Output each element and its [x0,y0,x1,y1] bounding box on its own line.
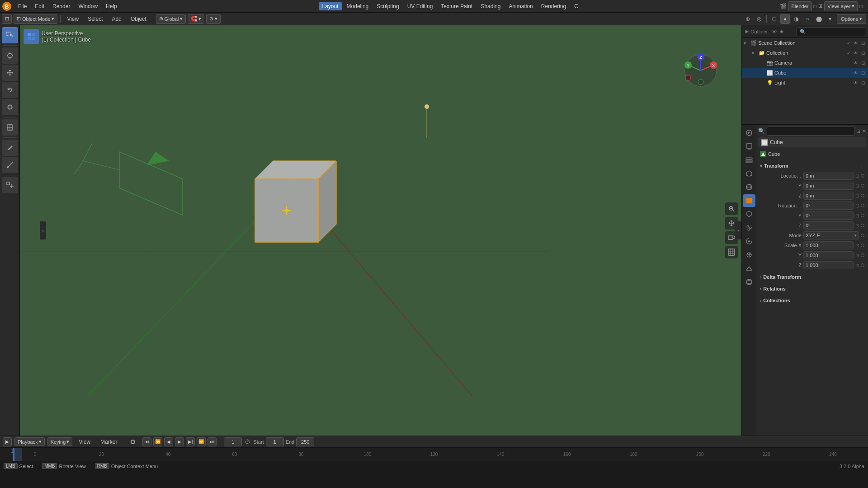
measure-tool-btn[interactable] [2,157,18,173]
shading-render-btn[interactable]: ○ [802,14,812,24]
scale-x-icon[interactable]: ⊡ [855,243,859,248]
loc-y-icon[interactable]: ⊡ [855,183,859,188]
play-btn[interactable]: ▶ [175,437,184,446]
loc-y-dot[interactable] [861,184,864,188]
loc-z-icon[interactable]: ⊡ [855,193,859,198]
object-name-field[interactable] [770,139,863,145]
viewport[interactable]: User Perspective (1) Collection | Cube X… [20,25,741,436]
add-menu[interactable]: Add [108,15,125,23]
rot-x-dot[interactable] [861,204,864,207]
output-props-btn[interactable] [743,140,755,153]
viewlayer-selector[interactable]: ViewLayer ▾ [824,1,858,11]
next-frame-btn[interactable]: ▶| [186,437,195,446]
rotation-x-value[interactable]: 0° [803,202,854,210]
viewport-gizmo[interactable]: X Y Z [683,52,719,90]
workspace-shading[interactable]: Shading [477,2,504,10]
particles-props-btn[interactable] [743,221,755,234]
workspace-rendering[interactable]: Rendering [538,2,570,10]
playback-menu[interactable]: Playback ▾ [14,437,45,446]
constraints-props-btn[interactable] [743,249,755,261]
workspace-sculpting[interactable]: Sculpting [373,2,402,10]
rot-z-dot[interactable] [861,224,864,227]
next-keyframe-btn[interactable]: ⏩ [197,437,206,446]
props-extra-icon[interactable]: ✕ [862,128,866,134]
panel-collapse-btn[interactable]: › [735,221,741,239]
proportional-edit-btn[interactable]: ⊙ ▾ [206,14,221,24]
cam-select-icon[interactable]: ⊡ [860,61,866,66]
mode-value[interactable]: XYZ E… ▾ [803,231,859,239]
rot-y-dot[interactable] [861,214,864,217]
location-y-value[interactable]: 0 m [803,182,854,190]
rot-x-icon[interactable]: ⊡ [855,203,859,208]
cursor-tool-btn[interactable] [2,47,18,64]
shading-dropdown[interactable]: ▾ [825,14,835,24]
object-props-btn[interactable] [743,194,755,207]
scene-props-btn[interactable] [743,167,755,180]
outliner-search-input[interactable] [797,27,865,36]
transform-orientation[interactable]: ⊕ Global ▾ [156,14,186,24]
workspace-layout[interactable]: Layout [319,2,342,10]
editor-type-btn[interactable]: ⊡ [2,14,12,24]
timeline-view-menu[interactable]: View [75,438,94,446]
relations-header[interactable]: › Relations [758,284,866,294]
material-props-btn[interactable] [743,276,755,288]
object-menu[interactable]: Object [127,15,150,23]
current-frame-input[interactable] [224,437,242,446]
render-props-btn[interactable] [743,127,755,139]
sc-check-icon[interactable]: ✓ [845,41,852,46]
annotate-tool-btn[interactable] [2,140,18,156]
shading-solid-btn[interactable]: ● [780,14,790,24]
move-tool-btn[interactable] [2,65,18,81]
object-data-props-btn[interactable] [743,262,755,275]
loc-x-dot[interactable] [861,174,864,178]
overlay-icon[interactable]: ◎ [754,14,764,24]
delta-transform-header[interactable]: › Delta Transform [758,272,866,282]
menu-help[interactable]: Help [102,2,121,10]
menu-window[interactable]: Window [75,2,101,10]
location-x-value[interactable]: 0 m [803,172,854,180]
col-select-icon[interactable]: ⊡ [860,51,866,56]
physics-props-btn[interactable] [743,235,755,248]
rotation-y-value[interactable]: 0° [803,211,854,220]
scale-z-value[interactable]: 1.000 [803,261,854,269]
options-btn[interactable]: Options ▾ [837,14,866,24]
props-search-input[interactable] [767,127,854,136]
prev-frame-btn[interactable]: ◀ [164,437,173,446]
workspace-animation[interactable]: Animation [505,2,536,10]
collection-item[interactable]: ▾ 📁 Collection ✓ 👁 ⊡ [742,48,868,58]
light-eye-icon[interactable]: 👁 [853,80,859,85]
transform-tool-btn[interactable] [2,119,18,136]
world-props-btn[interactable] [743,181,755,193]
timeline-marker-menu[interactable]: Marker [97,438,121,446]
timeline-editor-type[interactable]: ▶ [3,437,12,446]
select-menu[interactable]: Select [84,15,106,23]
menu-edit[interactable]: Edit [31,2,48,10]
col-check-icon[interactable]: ✓ [845,51,852,56]
view-layer-props-btn[interactable] [743,154,755,166]
scale-y-value[interactable]: 1.000 [803,251,854,259]
camera-item[interactable]: ▶ 📷 Camera 👁 ⊡ [742,58,868,68]
rot-z-icon[interactable]: ⊡ [855,223,859,228]
modifier-props-btn[interactable] [743,208,755,221]
scale-x-value[interactable]: 1.000 [803,241,854,249]
scale-z-icon[interactable]: ⊡ [855,263,859,268]
end-frame-input[interactable] [296,437,314,446]
scale-x-dot[interactable] [861,244,864,247]
start-frame-input[interactable] [266,437,284,446]
light-item[interactable]: ▶ 💡 Light 👁 ⊡ [742,78,868,88]
select-tool-btn[interactable] [2,27,18,43]
location-z-value[interactable]: 0 m [803,192,854,200]
gizmo-icon[interactable]: ⊕ [743,14,753,24]
collections-header[interactable]: › Collections [758,296,866,305]
scale-tool-btn[interactable] [2,99,18,115]
jump-end-btn[interactable]: ⏭ [208,437,217,446]
scale-y-dot[interactable] [861,253,864,257]
sc-eye-icon[interactable]: 👁 [853,41,859,46]
keying-menu[interactable]: Keying ▾ [47,437,73,446]
rot-y-icon[interactable]: ⊡ [855,213,859,218]
loc-x-icon[interactable]: ⊡ [855,174,859,178]
workspace-more[interactable]: C [571,2,582,10]
light-select-icon[interactable]: ⊡ [860,80,866,85]
scene-selector[interactable]: Blender [788,1,812,11]
snap-btn[interactable]: 🧲 ▾ [188,14,204,24]
